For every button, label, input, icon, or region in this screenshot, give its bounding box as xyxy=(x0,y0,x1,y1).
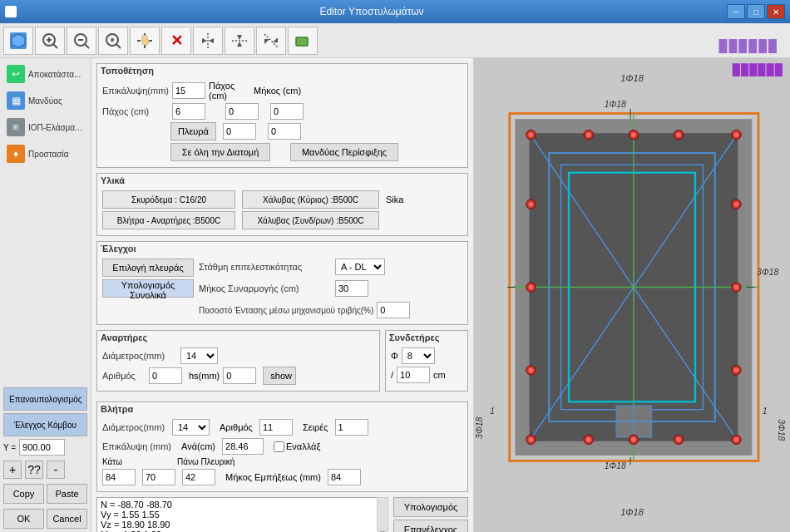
phi-label: Φ xyxy=(391,351,398,361)
minus-btn[interactable]: - xyxy=(47,461,65,479)
phi-select[interactable]: 8 xyxy=(402,347,435,364)
vlitra-ana-input[interactable] xyxy=(222,438,264,455)
y-value-input[interactable] xyxy=(19,439,65,456)
vlitra-btn[interactable]: Βλήτρα - Αναρτήρες :B500C xyxy=(102,211,235,229)
anartires-arithmos-label: Αριθμός xyxy=(102,371,146,381)
pahos-val2-input[interactable] xyxy=(223,123,256,140)
title-bar-buttons: ─ □ ✕ xyxy=(727,4,785,19)
mikos-val1-input[interactable] xyxy=(270,103,304,120)
kato-input[interactable] xyxy=(102,469,136,485)
paste-btn[interactable]: Paste xyxy=(47,484,87,504)
pan-btn[interactable] xyxy=(130,27,160,55)
main-layout: ↩ Αποκατάστα... ▦ Μανδύας ⊞ ΙΟΠ-Ελάσμα..… xyxy=(0,58,790,532)
anartires-arithmos-input[interactable] xyxy=(149,367,182,384)
copy-btn[interactable]: Copy xyxy=(3,484,44,504)
form-panel: Τοποθέτηση Επικάλυψη(mm) Πάχος (cm) Μήκο… xyxy=(91,58,474,532)
syndetires-slash-row: / cm xyxy=(391,367,462,383)
vlitra-row1: Διάμετρος(mm) 14 Αριθμός Σειρές xyxy=(102,419,462,436)
mirror-d-btn[interactable] xyxy=(256,27,286,55)
close-button[interactable]: ✕ xyxy=(767,4,785,19)
zoom-in-btn[interactable] xyxy=(35,27,65,55)
pahos-col-label: Πάχος (cm) xyxy=(209,81,234,101)
skiro-btn[interactable]: Σκυρόδεμα : C16/20 xyxy=(102,190,235,209)
zoom-fit-btn[interactable] xyxy=(98,27,128,55)
show-btn[interactable]: show xyxy=(263,367,296,385)
vlitra-arithmos-input[interactable] xyxy=(259,419,293,436)
zoom-out-btn[interactable] xyxy=(67,27,96,55)
mirror-v-btn[interactable] xyxy=(225,27,254,55)
stathmi-label: Στάθμη επιτελεστικότητας xyxy=(199,262,332,272)
title-bar-left xyxy=(5,6,17,17)
3d-view-btn[interactable] xyxy=(3,27,33,55)
se-oli-btn[interactable]: Σε όλη την Διατομή xyxy=(170,143,270,161)
svg-point-59 xyxy=(631,132,636,137)
mikos-synarm-input[interactable] xyxy=(335,280,368,297)
halyvas2-btn[interactable]: Χάλυβας (Συνδ/ρων) :B500C xyxy=(242,211,379,229)
topobetisi-content: Επικάλυψη(mm) Πάχος (cm) Μήκος (cm) Πάχο… xyxy=(97,77,467,167)
minimize-button[interactable]: ─ xyxy=(727,4,745,19)
result-line-1: N = -88.70 -88.70 xyxy=(101,500,384,510)
maximize-button[interactable]: □ xyxy=(747,4,765,19)
plus-minus-row: + ?? - xyxy=(3,461,87,479)
epilogi-plefras-btn[interactable]: Επιλογή πλευράς xyxy=(102,259,194,277)
sidebar-item-apokatastasi[interactable]: ↩ Αποκατάστα... xyxy=(3,62,87,86)
vlitra-row3: Κάτω Πάνω Πλευρική xyxy=(102,457,462,466)
pano-input[interactable] xyxy=(142,469,175,485)
sidebar-item-prostasia[interactable]: ♦ Προστασία xyxy=(3,141,87,166)
anartires-syndetires-row: Αναρτήρες Διάμετρος(mm) 14 Αριθμός hs(mm… xyxy=(96,330,468,397)
epanelegxos-btn[interactable]: Επανέλεγχος xyxy=(393,520,468,532)
mikos-empl-input[interactable] xyxy=(328,469,361,485)
sika-label: Sika xyxy=(386,195,403,204)
stathmi-select[interactable]: A - DL xyxy=(335,259,385,275)
ypologismos-synolika-btn[interactable]: Υπολογισμός Συνολικά xyxy=(102,279,194,298)
anartires-diametros-select[interactable]: 14 xyxy=(180,347,218,364)
pahos-input[interactable] xyxy=(172,103,205,120)
svg-line-7 xyxy=(85,44,89,48)
sidebar-item-iop[interactable]: ⊞ ΙΟΠ-Ελάσμα... xyxy=(3,115,87,140)
y-label: Y = xyxy=(3,443,16,452)
mikos-val2-input[interactable] xyxy=(268,123,301,140)
recalculate-btn[interactable]: Επαναυπολογισμός xyxy=(3,387,87,411)
check-node-btn[interactable]: Έλεγχος Κόμβου xyxy=(3,413,87,436)
plefrika-input[interactable] xyxy=(182,469,215,485)
svg-point-53 xyxy=(734,285,739,290)
plefra-btn[interactable]: Πλευρά xyxy=(170,122,216,140)
svg-point-11 xyxy=(111,38,114,42)
rotate-btn[interactable] xyxy=(288,27,318,55)
mirror-h-btn[interactable] xyxy=(193,27,223,55)
vlitra-seires-input[interactable] xyxy=(335,419,368,436)
halyvas-btn[interactable]: Χάλυβας (Κύριος) :B500C xyxy=(242,190,379,209)
vlitra-ana-label: Ανά(cm) xyxy=(181,441,215,451)
question-btn[interactable]: ?? xyxy=(25,461,43,479)
svg-marker-1 xyxy=(12,34,25,47)
svg-marker-20 xyxy=(273,37,278,42)
svg-marker-16 xyxy=(237,35,242,40)
mandyas-perifrasis-btn[interactable]: Μανδύας Περίσφιξης xyxy=(290,143,398,161)
ok-btn[interactable]: OK xyxy=(3,509,44,529)
vlitra-diametros-select[interactable]: 14 xyxy=(172,419,210,436)
delete-btn[interactable]: ✕ xyxy=(161,27,191,55)
left-sidebar: ↩ Αποκατάστα... ▦ Μανδύας ⊞ ΙΟΠ-Ελάσμα..… xyxy=(0,58,91,532)
pososto-input[interactable] xyxy=(377,302,410,318)
svg-text:3Φ18: 3Φ18 xyxy=(475,417,484,439)
svg-text:1Φ18: 1Φ18 xyxy=(605,461,626,470)
sidebar-item-mandyas[interactable]: ▦ Μανδύας xyxy=(3,88,87,113)
slash-input[interactable] xyxy=(397,367,430,383)
ypologismos-btn[interactable]: Υπολογισμός xyxy=(393,497,468,517)
pahos-val1-input[interactable] xyxy=(225,103,259,120)
topobetisi-section: Τοποθέτηση Επικάλυψη(mm) Πάχος (cm) Μήκο… xyxy=(96,63,468,168)
stathmi-row: Στάθμη επιτελεστικότητας A - DL xyxy=(199,259,462,275)
enallax-checkbox[interactable] xyxy=(274,441,284,452)
result-line-3: Vz = 18.90 18.90 xyxy=(101,520,384,530)
vlitra-row4: Μήκος Εμπήξεως (mm) xyxy=(102,469,462,485)
results-scrollbar[interactable] xyxy=(377,497,388,532)
epikalipsi-input[interactable] xyxy=(172,82,205,99)
hs-input[interactable] xyxy=(223,367,256,384)
plus-btn[interactable]: + xyxy=(3,461,22,479)
y-value-row: Y = xyxy=(3,439,87,456)
svg-line-10 xyxy=(116,44,121,48)
cancel-btn[interactable]: Cancel xyxy=(47,509,87,529)
slash-label: / xyxy=(391,370,393,380)
svg-marker-14 xyxy=(209,38,214,43)
svg-point-55 xyxy=(734,367,739,372)
